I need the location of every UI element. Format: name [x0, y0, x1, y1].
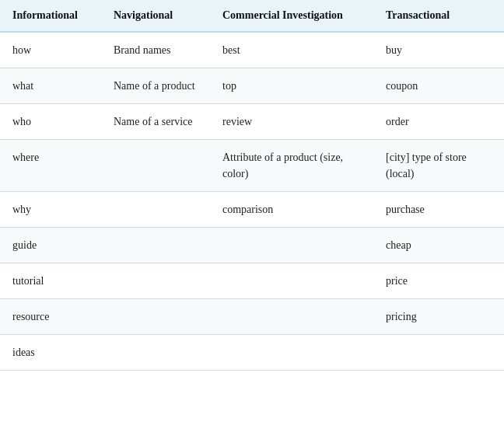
cell-transactional: order [373, 104, 504, 140]
cell-transactional: coupon [373, 68, 504, 104]
cell-navigational: Name of a product [101, 68, 210, 104]
cell-commercial [210, 299, 373, 335]
cell-transactional: pricing [373, 299, 504, 335]
cell-navigational [101, 192, 210, 228]
header-commercial: Commercial Investigation [210, 0, 373, 32]
table-row: whoName of a servicerevieworder [0, 104, 504, 140]
cell-informational: what [0, 68, 101, 104]
cell-commercial: Attribute of a product (size, color) [210, 140, 373, 192]
cell-transactional: buy [373, 32, 504, 68]
table-row: guidecheap [0, 228, 504, 263]
cell-commercial: best [210, 32, 373, 68]
cell-navigational [101, 140, 210, 192]
cell-navigational [101, 299, 210, 335]
table-row: tutorialprice [0, 263, 504, 299]
cell-navigational [101, 263, 210, 299]
cell-informational: why [0, 192, 101, 228]
table-row: howBrand namesbestbuy [0, 32, 504, 68]
header-navigational: Navigational [101, 0, 210, 32]
cell-commercial [210, 228, 373, 263]
cell-informational: tutorial [0, 263, 101, 299]
table-row: whycomparisonpurchase [0, 192, 504, 228]
cell-navigational: Brand names [101, 32, 210, 68]
cell-informational: who [0, 104, 101, 140]
cell-transactional: purchase [373, 192, 504, 228]
cell-commercial [210, 335, 373, 371]
cell-commercial: review [210, 104, 373, 140]
cell-transactional: price [373, 263, 504, 299]
keyword-intent-table: Informational Navigational Commercial In… [0, 0, 504, 371]
cell-transactional: cheap [373, 228, 504, 263]
cell-informational: how [0, 32, 101, 68]
cell-commercial [210, 263, 373, 299]
header-informational: Informational [0, 0, 101, 32]
cell-informational: resource [0, 299, 101, 335]
table-row: resourcepricing [0, 299, 504, 335]
cell-commercial: comparison [210, 192, 373, 228]
header-transactional: Transactional [373, 0, 504, 32]
cell-commercial: top [210, 68, 373, 104]
cell-informational: where [0, 140, 101, 192]
table-row: whatName of a producttopcoupon [0, 68, 504, 104]
table-header-row: Informational Navigational Commercial In… [0, 0, 504, 32]
cell-informational: guide [0, 228, 101, 263]
table-container: Informational Navigational Commercial In… [0, 0, 504, 371]
cell-navigational [101, 228, 210, 263]
cell-informational: ideas [0, 335, 101, 371]
cell-transactional [373, 335, 504, 371]
table-row: whereAttribute of a product (size, color… [0, 140, 504, 192]
cell-navigational [101, 335, 210, 371]
cell-navigational: Name of a service [101, 104, 210, 140]
cell-transactional: [city] type of store (local) [373, 140, 504, 192]
table-row: ideas [0, 335, 504, 371]
